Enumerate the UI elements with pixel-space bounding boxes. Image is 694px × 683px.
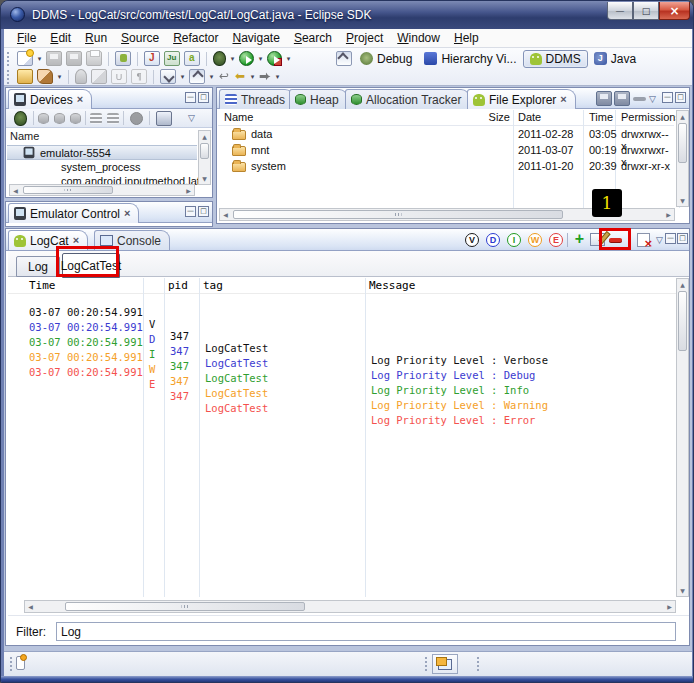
mark-occurrences-dropdown[interactable]: ▾	[55, 73, 64, 81]
close-devices-tab-icon[interactable]: ×	[77, 94, 83, 105]
log-row-verbose[interactable]: 03-07 00:20:54.991 V 347 LogCatTest Log …	[8, 294, 668, 309]
allocation-tracker-tab[interactable]: Allocation Tracker	[345, 89, 470, 109]
column-pid[interactable]: pid	[168, 279, 188, 292]
toolbar-handle[interactable]	[7, 70, 12, 84]
pull-file-button[interactable]	[596, 91, 612, 106]
last-edit-location-button[interactable]: ↩	[216, 69, 232, 84]
close-logcat-tab-icon[interactable]: ×	[73, 235, 79, 246]
heap-tab[interactable]: Heap	[289, 89, 348, 109]
save-button[interactable]	[46, 51, 62, 66]
column-size[interactable]: Size	[468, 111, 510, 123]
back-dropdown[interactable]: ▾	[248, 73, 257, 81]
window-maximize-button[interactable]: □	[633, 2, 659, 20]
menu-file[interactable]: File	[10, 29, 43, 47]
devices-name-column-header[interactable]: Name	[10, 130, 194, 144]
devices-vertical-scrollbar[interactable]: ▲ ▼	[198, 130, 211, 185]
verbose-filter-button[interactable]: V	[465, 233, 479, 247]
explorer-row[interactable]: system 2011-01-20 20:39 drwxr-xr-x	[218, 159, 674, 175]
logcat-vertical-scrollbar[interactable]: ▲ ▼	[676, 278, 689, 597]
menu-search[interactable]: Search	[287, 29, 339, 47]
file-explorer-tab[interactable]: File Explorer ×	[467, 89, 576, 109]
info-filter-button[interactable]: I	[507, 233, 521, 247]
close-file-explorer-tab-icon[interactable]: ×	[560, 94, 566, 105]
save-all-button[interactable]	[66, 51, 82, 66]
scroll-up-icon[interactable]: ▲	[677, 279, 688, 290]
new-wizard-button[interactable]	[17, 51, 33, 66]
log-row-error[interactable]: 03-07 00:20:54.991 E 347 LogCatTest Log …	[8, 354, 668, 369]
scroll-right-icon[interactable]: ▶	[663, 209, 674, 220]
window-close-button[interactable]: ×	[659, 2, 690, 20]
devices-tab[interactable]: Devices ×	[8, 89, 92, 109]
print-button[interactable]	[86, 51, 102, 66]
explorer-row[interactable]: data 2011-02-28 03:05 drwxrwx--x	[218, 127, 674, 143]
menu-edit[interactable]: Edit	[43, 29, 78, 47]
explorer-view-menu[interactable]: ▽	[649, 94, 656, 104]
perspective-hierarchy-view[interactable]: Hierarchy Vi...	[418, 51, 522, 67]
menu-project[interactable]: Project	[339, 29, 390, 47]
mark-occurrences-button[interactable]	[37, 69, 53, 84]
fast-view-device-icon[interactable]	[16, 656, 25, 670]
devices-horizontal-scrollbar[interactable]: ◀ ▶	[9, 184, 195, 196]
update-threads-button[interactable]	[90, 113, 102, 124]
column-time[interactable]: Time	[589, 111, 613, 123]
previous-annotation-button[interactable]	[189, 69, 205, 84]
debug-filter-button[interactable]: D	[486, 233, 500, 247]
minimize-emulator-control-button[interactable]: —	[185, 206, 196, 217]
error-filter-button[interactable]: E	[549, 233, 563, 247]
toolbar-handle[interactable]	[7, 52, 12, 66]
log-row-info[interactable]: 03-07 00:20:54.991 I 347 LogCatTest Log …	[8, 324, 668, 339]
warning-filter-button[interactable]: W	[528, 233, 542, 247]
threads-tab[interactable]: Threads	[219, 89, 294, 109]
menu-help[interactable]: Help	[447, 29, 486, 47]
new-wizard-dropdown[interactable]: ▾	[35, 55, 44, 63]
screenshot-button[interactable]	[156, 111, 172, 126]
menu-run[interactable]: Run	[78, 29, 114, 47]
open-perspective-button[interactable]	[336, 51, 352, 66]
open-resource-button[interactable]	[17, 69, 33, 84]
clear-formatting-button[interactable]	[91, 69, 107, 84]
menu-window[interactable]: Window	[390, 29, 447, 47]
debug-dropdown[interactable]: ▾	[228, 55, 237, 63]
process-tree-row[interactable]: system_process	[61, 161, 140, 175]
window-minimize-button[interactable]: —	[607, 2, 633, 20]
menu-refactor[interactable]: Refactor	[166, 29, 225, 47]
previous-annotation-dropdown[interactable]: ▾	[207, 73, 216, 81]
filter-tab-log[interactable]: Log	[16, 256, 60, 277]
debug-process-button[interactable]	[14, 111, 27, 126]
external-tools-dropdown[interactable]: ▾	[284, 55, 293, 63]
delete-file-button[interactable]	[633, 97, 646, 101]
maximize-explorer-button[interactable]: □	[675, 92, 686, 103]
junit-test-button[interactable]	[164, 51, 180, 66]
scroll-left-icon[interactable]: ◀	[220, 209, 231, 220]
explorer-vertical-scrollbar[interactable]: ▲ ▼	[676, 110, 689, 207]
emulator-control-tab[interactable]: Emulator Control ×	[8, 203, 139, 223]
next-annotation-button[interactable]	[160, 69, 176, 84]
debug-button[interactable]	[213, 51, 226, 66]
externalize-strings-button[interactable]	[75, 69, 87, 84]
log-row-debug[interactable]: 03-07 00:20:54.991 D 347 LogCatTest Log …	[8, 309, 668, 324]
external-tools-button[interactable]	[267, 51, 282, 66]
scroll-right-icon[interactable]: ▶	[664, 601, 675, 612]
new-java-project-button[interactable]	[144, 51, 160, 66]
create-filter-button[interactable]: +	[572, 232, 587, 247]
menu-source[interactable]: Source	[114, 29, 166, 47]
forward-button[interactable]: ⮕	[257, 69, 273, 84]
scroll-left-icon[interactable]: ◀	[10, 185, 21, 196]
scroll-down-icon[interactable]: ▼	[677, 585, 688, 596]
perspective-java[interactable]: J Java	[588, 51, 642, 67]
show-whitespace-button[interactable]: ¶	[131, 69, 147, 84]
menu-navigate[interactable]: Navigate	[226, 29, 287, 47]
cause-gc-button[interactable]	[70, 113, 81, 124]
maximize-logcat-button[interactable]: □	[677, 233, 688, 244]
stop-process-button[interactable]	[130, 112, 143, 125]
devices-view-menu[interactable]: ▽	[188, 113, 195, 123]
clear-log-button[interactable]	[637, 233, 650, 247]
minimize-devices-button[interactable]: —	[185, 92, 196, 103]
logcat-view-menu[interactable]: ▽	[656, 235, 663, 245]
update-heap-button[interactable]	[38, 113, 49, 124]
run-dropdown[interactable]: ▾	[256, 55, 265, 63]
column-date[interactable]: Date	[518, 111, 541, 123]
column-permissions[interactable]: Permissions	[621, 111, 681, 123]
forward-dropdown[interactable]: ▾	[273, 73, 282, 81]
maximize-emulator-control-button[interactable]: □	[198, 206, 209, 217]
